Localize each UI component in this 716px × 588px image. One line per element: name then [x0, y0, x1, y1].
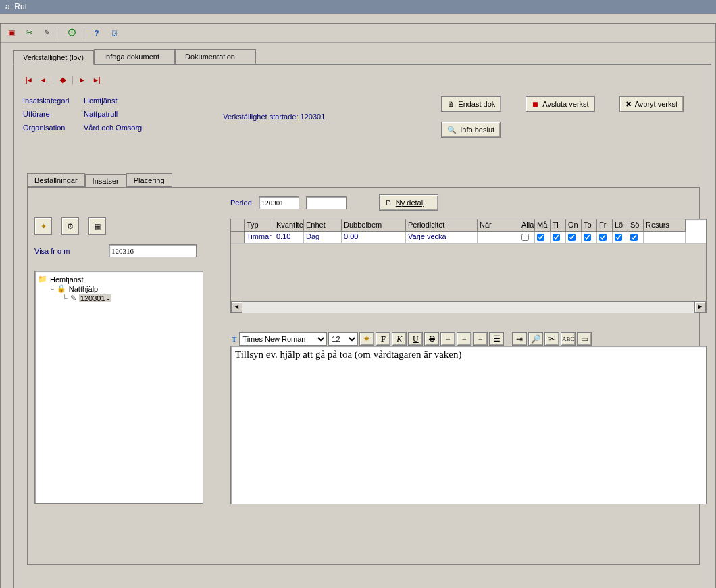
- record-navigator: |◂ ◂ ◆ ▸ ▸|: [20, 72, 704, 94]
- cut-button[interactable]: ✂: [544, 332, 559, 346]
- image-button[interactable]: ▭: [577, 332, 592, 346]
- checkbox-ma[interactable]: [537, 234, 544, 241]
- visa-from-input[interactable]: [109, 244, 197, 257]
- nav-next-icon[interactable]: ▸: [77, 76, 88, 84]
- cell-ma[interactable]: [535, 232, 551, 243]
- period-to-input[interactable]: [306, 196, 347, 209]
- col-resurs[interactable]: Resurs: [644, 219, 686, 232]
- checkbox-ti[interactable]: [553, 234, 560, 241]
- cancel-icon: ✖: [625, 100, 632, 109]
- checkbox-fr[interactable]: [599, 234, 607, 241]
- cell-alla[interactable]: [519, 232, 535, 243]
- cell-resurs[interactable]: [644, 232, 686, 243]
- col-kvantitet[interactable]: Kvantitet: [274, 219, 304, 232]
- col-fr[interactable]: Fr: [597, 219, 613, 232]
- cell-nar[interactable]: [478, 232, 519, 243]
- tool-button-2[interactable]: ⚙: [61, 217, 79, 235]
- bold-button[interactable]: F: [376, 332, 390, 346]
- info-icon[interactable]: ⓘ: [66, 28, 77, 38]
- col-ti[interactable]: Ti: [551, 219, 566, 232]
- grid-h-scrollbar[interactable]: ◄ ►: [231, 301, 706, 313]
- avbryt-verkst-button[interactable]: ✖ Avbryt verkst: [619, 96, 684, 112]
- find-button[interactable]: 🔎: [528, 332, 543, 346]
- scroll-right-icon[interactable]: ►: [694, 302, 706, 313]
- scroll-left-icon[interactable]: ◄: [231, 302, 242, 313]
- search-icon: 🔍: [447, 126, 457, 134]
- italic-button[interactable]: K: [392, 332, 407, 346]
- tab-verkstallighet[interactable]: Verkställighet (lov): [13, 50, 94, 65]
- tool-button-3[interactable]: ▦: [88, 217, 106, 235]
- nav-first-icon[interactable]: |◂: [23, 76, 34, 84]
- form-icon: ▦: [94, 222, 101, 231]
- tab-infoga-dokument[interactable]: Infoga dokument: [94, 49, 175, 64]
- cell-typ[interactable]: Timmar: [245, 232, 274, 243]
- underline-button[interactable]: U: [408, 332, 423, 346]
- color-button[interactable]: ✷: [359, 332, 374, 346]
- col-on[interactable]: On: [566, 219, 582, 232]
- cell-lo[interactable]: [613, 232, 628, 243]
- col-so[interactable]: Sö: [628, 219, 644, 232]
- strike-button[interactable]: Ɵ: [424, 332, 439, 346]
- info-beslut-button[interactable]: 🔍 Info beslut: [441, 122, 501, 138]
- subtab-insatser[interactable]: Insatser: [85, 174, 126, 188]
- col-typ[interactable]: Typ: [245, 219, 274, 232]
- cell-kvantitet[interactable]: 0.10: [274, 232, 304, 243]
- checkbox-so[interactable]: [630, 234, 638, 241]
- tree-view[interactable]: 📁 Hemtjänst └ 🔒 Natthjälp └ ✎ 120301 -: [34, 271, 203, 504]
- scroll-track[interactable]: [242, 302, 694, 313]
- subtab-placering[interactable]: Placering: [126, 173, 172, 187]
- checkbox-on[interactable]: [568, 234, 576, 241]
- col-alla[interactable]: Alla: [519, 219, 535, 232]
- cell-ti[interactable]: [551, 232, 566, 243]
- grid-row[interactable]: Timmar 0.10 Dag 0.00 Varje vecka: [231, 232, 706, 244]
- cell-on[interactable]: [566, 232, 582, 243]
- text-editor[interactable]: Tillsyn ev. hjälp att gå på toa (om vård…: [230, 346, 707, 504]
- cell-periodicitet[interactable]: Varje vecka: [406, 232, 478, 243]
- tool-button-1[interactable]: ✦: [34, 217, 52, 235]
- period-from-input[interactable]: [259, 196, 299, 209]
- toolbar-icon-3[interactable]: ✎: [41, 28, 52, 38]
- insert-button[interactable]: ⇥: [512, 332, 527, 346]
- cell-dubbelbem[interactable]: 0.00: [342, 232, 406, 243]
- tree-root[interactable]: 📁 Hemtjänst: [38, 275, 200, 284]
- align-right-button[interactable]: ≡: [473, 332, 488, 346]
- col-nar[interactable]: När: [478, 219, 519, 232]
- cell-enhet[interactable]: Dag: [304, 232, 342, 243]
- col-enhet[interactable]: Enhet: [304, 219, 342, 232]
- cell-to[interactable]: [582, 232, 597, 243]
- sub-tabstrip: Beställningar Insatser Placering: [27, 173, 704, 187]
- endast-dok-button[interactable]: 🗎 Endast dok: [441, 96, 501, 112]
- nav-last-icon[interactable]: ▸|: [92, 76, 103, 84]
- ny-detalj-button[interactable]: 🗋 Ny detalj: [379, 194, 438, 211]
- cell-fr[interactable]: [597, 232, 613, 243]
- spellcheck-button[interactable]: ABC: [561, 332, 576, 346]
- font-size-select[interactable]: 12: [328, 332, 358, 346]
- help-cursor-icon[interactable]: ⍰: [109, 28, 120, 38]
- col-to[interactable]: To: [582, 219, 597, 232]
- checkbox-alla[interactable]: [521, 234, 529, 241]
- label-started: Verkställighet startade:: [223, 113, 298, 121]
- font-select[interactable]: Times New Roman: [239, 332, 327, 346]
- checkbox-lo[interactable]: [615, 234, 622, 241]
- nav-prev-icon[interactable]: ◂: [38, 76, 49, 84]
- bullet-list-button[interactable]: ☰: [489, 332, 504, 346]
- subtab-bestallningar[interactable]: Beställningar: [27, 173, 85, 187]
- align-center-button[interactable]: ≡: [457, 332, 471, 346]
- col-lo[interactable]: Lö: [613, 219, 628, 232]
- detail-grid[interactable]: Typ Kvantitet Enhet Dubbelbem Periodicit…: [230, 219, 707, 313]
- help-icon[interactable]: ?: [91, 28, 102, 38]
- cell-so[interactable]: [628, 232, 644, 243]
- toolbar-icon-1[interactable]: ▣: [6, 28, 17, 38]
- align-left-button[interactable]: ≡: [440, 332, 455, 346]
- col-periodicitet[interactable]: Periodicitet: [406, 219, 478, 232]
- action-button-row: 🗎 Endast dok 🔍 Info beslut ⏹ Avsluta ver…: [441, 96, 684, 138]
- tree-leaf[interactable]: └ ✎ 120301 -: [62, 294, 200, 302]
- tree-child[interactable]: └ 🔒 Natthjälp: [49, 284, 200, 293]
- nav-current-icon[interactable]: ◆: [57, 76, 68, 84]
- checkbox-to[interactable]: [584, 234, 591, 241]
- col-ma[interactable]: Må: [535, 219, 551, 232]
- avsluta-verkst-button[interactable]: ⏹ Avsluta verkst: [526, 96, 594, 112]
- toolbar-icon-2[interactable]: ✂: [24, 28, 34, 38]
- col-dubbelbem[interactable]: Dubbelbem: [342, 219, 406, 232]
- tab-dokumentation[interactable]: Dokumentation: [175, 49, 256, 64]
